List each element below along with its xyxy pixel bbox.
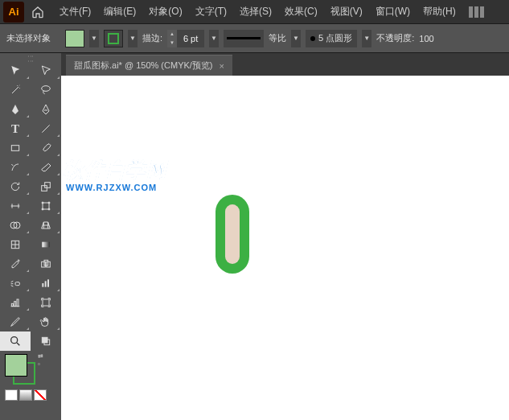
- selection-tool[interactable]: [0, 61, 31, 80]
- menu-select[interactable]: 选择(S): [233, 0, 278, 24]
- direct-selection-tool[interactable]: [31, 61, 61, 80]
- svg-point-0: [42, 86, 51, 92]
- fill-stroke-toggle[interactable]: [31, 331, 61, 351]
- zoom-tool[interactable]: [0, 331, 31, 351]
- svg-rect-2: [42, 186, 47, 191]
- eyedropper-tool[interactable]: [0, 254, 31, 274]
- canvas[interactable]: 软件自学网 WWW.RJZXW.COM: [61, 76, 509, 420]
- home-icon[interactable]: [27, 2, 48, 23]
- app-logo: Ai: [3, 2, 24, 23]
- svg-rect-19: [47, 279, 49, 286]
- blend-tool[interactable]: [31, 254, 61, 274]
- stroke-label: 描边:: [142, 32, 162, 44]
- draw-modes: [0, 388, 61, 402]
- control-bar: 未选择对象 ▼ ▼ 描边: ▲▼ 6 pt ▼ 等比 ▼ 5 点圆形 ▼ 不透明…: [0, 24, 509, 53]
- pen-tool[interactable]: [0, 100, 31, 119]
- cap-dropdown-icon[interactable]: ▼: [291, 30, 301, 47]
- artwork-shape-inner: [225, 204, 240, 264]
- draw-inside-mode[interactable]: [34, 389, 47, 401]
- brush-profile[interactable]: 5 点圆形: [306, 30, 357, 47]
- stroke-color-swatch[interactable]: [104, 30, 123, 47]
- main-area: T ⇄▫: [0, 53, 509, 420]
- tools-grid: T: [0, 61, 61, 351]
- scale-tool[interactable]: [31, 177, 61, 196]
- svg-rect-17: [42, 283, 43, 287]
- svg-rect-13: [42, 261, 46, 267]
- hand-tool[interactable]: [31, 312, 61, 331]
- gradient-tool[interactable]: [31, 235, 61, 254]
- svg-rect-20: [11, 303, 13, 306]
- profile-dropdown-icon[interactable]: ▼: [362, 30, 371, 47]
- workspace-icon[interactable]: [469, 6, 485, 18]
- rotate-tool[interactable]: [0, 177, 31, 196]
- svg-rect-4: [43, 203, 49, 209]
- lasso-tool[interactable]: [31, 80, 61, 100]
- cap-label: 等比: [269, 32, 286, 44]
- curvature-tool[interactable]: [31, 100, 61, 119]
- svg-point-6: [48, 202, 50, 204]
- stroke-weight-dropdown-icon[interactable]: ▼: [209, 30, 219, 47]
- menu-type[interactable]: 文字(T): [189, 0, 233, 24]
- free-transform-tool[interactable]: [31, 196, 61, 216]
- svg-point-7: [42, 208, 43, 210]
- column-graph-tool[interactable]: [31, 274, 61, 293]
- watermark-title: 软件自学网: [64, 156, 166, 184]
- watermark: 软件自学网 WWW.RJZXW.COM: [61, 156, 170, 192]
- draw-behind-mode[interactable]: [19, 389, 32, 401]
- slice-tool[interactable]: [0, 312, 31, 331]
- svg-point-5: [42, 202, 43, 204]
- width-tool[interactable]: [0, 196, 31, 216]
- rectangle-tool[interactable]: [0, 138, 31, 158]
- stroke-dropdown-icon[interactable]: ▼: [128, 30, 138, 47]
- fill-color-swatch[interactable]: [65, 30, 84, 47]
- paintbrush-tool[interactable]: [31, 138, 61, 158]
- mesh-tool[interactable]: [0, 235, 31, 254]
- menu-file[interactable]: 文件(F): [53, 0, 97, 24]
- svg-rect-3: [45, 183, 51, 188]
- tool-panel: T ⇄▫: [0, 53, 61, 420]
- menu-help[interactable]: 帮助(H): [417, 0, 462, 24]
- svg-rect-22: [17, 299, 18, 307]
- swap-colors-icon[interactable]: ⇄▫: [38, 352, 43, 368]
- top-menu-bar: Ai 文件(F) 编辑(E) 对象(O) 文字(T) 选择(S) 效果(C) 视…: [0, 0, 509, 24]
- stroke-style-preview[interactable]: [224, 30, 264, 47]
- menu-window[interactable]: 窗口(W): [369, 0, 417, 24]
- svg-rect-23: [43, 299, 49, 306]
- eraser-tool[interactable]: [31, 158, 61, 177]
- shape-builder-tool[interactable]: [0, 216, 31, 235]
- svg-point-8: [48, 208, 50, 210]
- shaper-tool[interactable]: [0, 158, 31, 177]
- magic-wand-tool[interactable]: [0, 80, 31, 100]
- artwork-shape[interactable]: [216, 195, 249, 274]
- line-tool[interactable]: [31, 119, 61, 138]
- svg-rect-18: [45, 281, 47, 286]
- stroke-weight-input[interactable]: ▲▼ 6 pt: [167, 30, 204, 47]
- bar-graph-tool[interactable]: [0, 293, 31, 312]
- fill-color-box[interactable]: [5, 354, 27, 377]
- menu-effect[interactable]: 效果(C): [278, 0, 324, 24]
- opacity-label: 不透明度:: [376, 32, 414, 44]
- panel-grip-icon[interactable]: [0, 53, 61, 61]
- draw-normal-mode[interactable]: [5, 389, 18, 401]
- menu-object[interactable]: 对象(O): [142, 0, 188, 24]
- svg-point-24: [11, 337, 18, 344]
- color-picker: ⇄▫: [0, 351, 61, 388]
- svg-rect-21: [14, 302, 16, 307]
- perspective-grid-tool[interactable]: [31, 216, 61, 235]
- menu-view[interactable]: 视图(V): [324, 0, 369, 24]
- menu-edit[interactable]: 编辑(E): [97, 0, 142, 24]
- opacity-value[interactable]: 100: [419, 34, 433, 43]
- type-tool[interactable]: T: [0, 119, 31, 138]
- svg-rect-25: [42, 337, 47, 343]
- fill-dropdown-icon[interactable]: ▼: [89, 30, 99, 47]
- svg-rect-1: [11, 146, 18, 151]
- artboard-tool[interactable]: [31, 293, 61, 312]
- svg-rect-16: [15, 282, 19, 286]
- svg-rect-12: [42, 242, 49, 248]
- symbol-sprayer-tool[interactable]: [0, 274, 31, 293]
- selection-status: 未选择对象: [6, 32, 51, 44]
